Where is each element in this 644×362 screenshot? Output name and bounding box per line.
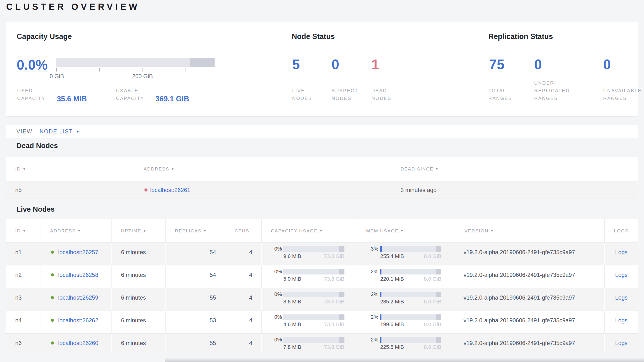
- live-col-header-replicas[interactable]: REPLICAS ▼: [166, 219, 225, 242]
- node-mem-cell: 3% 255.4 MiB 8.0 GiB: [357, 243, 455, 265]
- node-replicas-cell: 54: [166, 243, 225, 265]
- capacity-bar: [283, 314, 344, 320]
- capacity-bar-reserved-segment: [339, 314, 344, 320]
- replication-status-title: Replication Status: [488, 32, 553, 41]
- node-address-link[interactable]: localhost:26257: [58, 249, 98, 255]
- node-logs-cell: Logs: [604, 288, 638, 311]
- under-replicated-ranges-count: 0: [534, 57, 542, 72]
- used-capacity-value: 35.6 MiB: [57, 95, 87, 103]
- capacity-percent-value: 0.0%: [17, 58, 48, 72]
- capacity-used-value: 4.6 MiB: [283, 321, 301, 327]
- capacity-bar: [283, 246, 344, 252]
- sort-desc-icon: ▼: [490, 229, 494, 233]
- live-col-header-version[interactable]: VERSION ▼: [455, 219, 604, 242]
- live-col-header-address[interactable]: ADDRESS ▼: [41, 219, 112, 242]
- live-col-header-mem[interactable]: MEM USAGE ▼: [357, 219, 455, 242]
- live-status-icon: [51, 273, 54, 276]
- dead-col-header-id[interactable]: ID ▼: [6, 157, 134, 182]
- node-uptime-cell: 6 minutes: [112, 311, 166, 333]
- live-nodes-count: 5: [292, 57, 300, 72]
- live-status-icon: [51, 251, 54, 254]
- capacity-bar: [283, 269, 344, 274]
- chevron-down-icon[interactable]: ▼: [76, 130, 80, 134]
- live-node-row-n4: n4 localhost:26262 6 minutes 53 4 0% 4.6…: [6, 311, 638, 333]
- dead-col-header-address[interactable]: ADDRESS ▼: [134, 157, 391, 182]
- mem-total-value: 8.0 GiB: [424, 299, 441, 305]
- live-col-header-cpus[interactable]: CPUS: [225, 219, 262, 242]
- node-address-link[interactable]: localhost:26260: [58, 340, 98, 346]
- col-label: DEAD SINCE: [400, 166, 434, 172]
- capacity-used-value: 8.6 MiB: [283, 299, 301, 305]
- node-replicas-cell: 53: [166, 311, 225, 333]
- view-selector-dropdown[interactable]: NODE LIST: [40, 128, 73, 135]
- node-cpus-cell: 4: [225, 288, 262, 311]
- node-address-cell: localhost:26258: [41, 265, 112, 288]
- page-title: CLUSTER OVERVIEW: [6, 2, 140, 12]
- col-label: UPTIME: [121, 228, 141, 234]
- capacity-usage-title: Capacity Usage: [17, 32, 72, 41]
- mem-total-value: 8.0 GiB: [424, 253, 441, 259]
- live-col-header-uptime[interactable]: UPTIME ▼: [112, 219, 166, 242]
- node-address-cell: localhost:26262: [41, 311, 112, 333]
- sort-desc-icon: ▼: [171, 167, 174, 171]
- capacity-bar-reserved-segment: [339, 246, 344, 252]
- col-label: MEM USAGE: [366, 228, 398, 234]
- total-ranges-count: 75: [489, 57, 504, 72]
- live-col-header-capacity[interactable]: CAPACITY USAGE ▼: [262, 219, 357, 242]
- capacity-bar-reserved-segment: [339, 337, 344, 343]
- logs-link[interactable]: Logs: [615, 317, 628, 323]
- node-address-link[interactable]: localhost:26261: [150, 187, 190, 194]
- mem-percent: 3%: [357, 246, 378, 252]
- axis-tick-label-0gib: 0 GiB: [50, 73, 64, 80]
- mem-used-value: 255.4 MiB: [380, 253, 404, 259]
- node-address-link[interactable]: localhost:26258: [58, 272, 98, 278]
- node-mem-cell: 2% 235.2 MiB 8.0 GiB: [357, 288, 455, 311]
- mem-bar: [380, 314, 441, 320]
- node-uptime-cell: 6 minutes: [112, 288, 166, 311]
- node-address-link[interactable]: localhost:26259: [58, 294, 98, 301]
- node-version-cell: v19.2.0-alpha.20190606-2491-gfe735c9a97: [455, 243, 604, 265]
- capacity-percent: 0%: [262, 337, 282, 343]
- live-status-icon: [51, 296, 54, 299]
- cluster-summary-card: Capacity Usage 0.0% 0 GiB 200 GiB USED C…: [6, 22, 638, 117]
- dead-col-header-dead-since[interactable]: DEAD SINCE ▼: [391, 157, 638, 182]
- capacity-used-value: 9.6 MiB: [283, 253, 301, 259]
- mem-bar-fill: [380, 314, 382, 320]
- node-cpus-cell: 4: [225, 243, 262, 265]
- col-label: ADDRESS: [50, 228, 76, 234]
- mem-bar-fill: [380, 292, 382, 297]
- capacity-bar-reserved-segment: [339, 269, 344, 274]
- node-address-cell: localhost:26259: [41, 288, 112, 311]
- node-logs-cell: Logs: [604, 311, 638, 333]
- used-capacity-label: USED CAPACITY: [17, 87, 58, 102]
- live-nodes-table: ID ▼ ADDRESS ▼ UPTIME ▼ REPLICAS ▼ CPUS …: [6, 219, 638, 352]
- live-col-header-id[interactable]: ID ▼: [6, 219, 41, 242]
- capacity-percent: 0%: [262, 291, 282, 297]
- logs-link[interactable]: Logs: [615, 272, 628, 278]
- sort-desc-icon: ▼: [320, 229, 323, 233]
- node-address-cell: localhost:26257: [41, 243, 112, 265]
- mem-used-value: 235.2 MiB: [380, 299, 404, 305]
- node-cpus-cell: 4: [225, 311, 262, 333]
- node-capacity-cell: 0% 7.8 MiB 73.8 GiB: [262, 333, 357, 352]
- mem-bar-reserved-segment: [436, 292, 441, 297]
- view-selector-bar: VIEW: NODE LIST ▼: [6, 125, 638, 138]
- capacity-used-value: 7.8 MiB: [283, 344, 301, 350]
- dead-nodes-count: 1: [372, 57, 379, 72]
- node-address-link[interactable]: localhost:26262: [58, 317, 98, 323]
- dead-nodes-heading: Dead Nodes: [16, 141, 58, 150]
- logs-link[interactable]: Logs: [615, 340, 628, 346]
- node-cpus-cell: 4: [225, 333, 262, 352]
- node-mem-cell: 2% 199.6 MiB 8.0 GiB: [357, 311, 455, 333]
- logs-link[interactable]: Logs: [615, 249, 628, 255]
- node-uptime-cell: 6 minutes: [112, 243, 166, 265]
- logs-link[interactable]: Logs: [615, 294, 628, 301]
- view-label: VIEW:: [16, 128, 34, 135]
- col-label: ID: [15, 228, 21, 234]
- col-label: ID: [15, 166, 21, 172]
- mem-used-value: 220.1 MiB: [380, 276, 404, 282]
- capacity-total-value: 73.8 GiB: [324, 276, 344, 282]
- node-capacity-cell: 0% 8.6 MiB 73.8 GiB: [262, 288, 357, 311]
- mem-bar: [380, 337, 441, 343]
- col-label: REPLICAS: [175, 228, 202, 234]
